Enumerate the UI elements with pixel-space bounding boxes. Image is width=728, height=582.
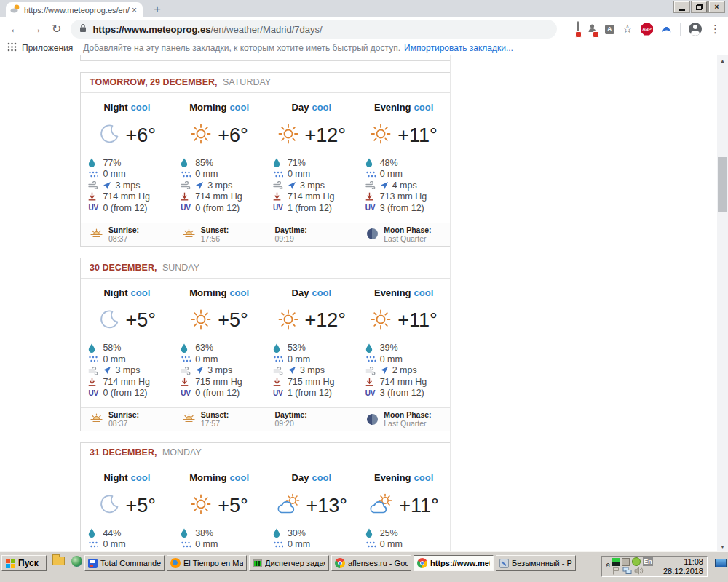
scrollbar-thumb[interactable] — [718, 157, 727, 212]
uv-value: 1 (from 12) — [288, 203, 332, 213]
import-bookmarks-link[interactable]: Импортировать закладки... — [404, 43, 513, 53]
precipitation-icon — [88, 356, 103, 362]
chrome-icon — [417, 558, 427, 568]
browser-tab[interactable]: https://www.meteoprog.es/en/wea × — [6, 2, 143, 17]
card-header: 31 DECEMBER, MONDAY — [81, 443, 450, 463]
temperature: +5° — [126, 309, 157, 332]
wind-value: 3 mps — [115, 180, 140, 191]
tab-title: https://www.meteoprog.es/en/wea — [24, 6, 130, 15]
sunset-icon — [183, 412, 195, 426]
adblock-icon[interactable]: ABP — [641, 23, 653, 36]
pressure-icon — [273, 378, 288, 386]
page-content: TOMORROW, 29 DECEMBER, SATURDAY Nightcoo… — [0, 55, 728, 551]
scroll-down-icon[interactable]: ▼ — [717, 541, 728, 551]
extension-icon[interactable] — [577, 23, 579, 36]
bookmark-star-icon[interactable]: ☆ — [622, 23, 633, 35]
url-domain: https://www.meteoprog.es — [92, 24, 210, 35]
menu-icon[interactable]: ⋮ — [710, 23, 721, 36]
uv-value: 3 (from 12) — [380, 388, 424, 398]
sunset-cell: Sunset:17:56 — [173, 226, 266, 243]
apps-label[interactable]: Приложения — [22, 43, 73, 53]
acrobat-icon[interactable] — [661, 23, 672, 36]
taskbar-button-firefox[interactable]: El Tiempo en Madrid. Pr... — [167, 555, 247, 571]
quicklaunch-browser-icon[interactable] — [71, 556, 82, 567]
uv-value: 0 (from 12) — [103, 203, 147, 213]
temperature: +12° — [305, 124, 347, 147]
wind-icon — [365, 181, 380, 189]
extension-person-icon[interactable] — [587, 23, 597, 36]
taskbar-button-paint[interactable]: Безымянный - Paint — [496, 555, 576, 571]
back-button[interactable]: ← — [9, 23, 21, 35]
tray-volume-icon[interactable] — [634, 567, 644, 576]
humidity-value: 38% — [195, 528, 213, 538]
wind-direction-icon — [380, 181, 392, 190]
period-night: Nightcool +5° 44% 0 mm — [81, 472, 173, 550]
restore-button[interactable] — [692, 1, 707, 12]
uv-value: 1 (from 12) — [288, 388, 332, 398]
wind-value: 3 mps — [300, 180, 325, 191]
period-name: Evening — [374, 102, 411, 113]
firefox-icon — [170, 558, 181, 568]
humidity-value: 71% — [288, 158, 306, 168]
period-desc: cool — [229, 102, 249, 113]
tray-update-icon[interactable] — [632, 557, 641, 566]
wind-direction-icon — [103, 366, 115, 375]
precip-value: 0 mm — [195, 539, 218, 549]
card-footer: Sunrise:08:37 Sunset:17:56 Daytime:09:19… — [81, 223, 450, 246]
toolbar-separator — [680, 23, 681, 36]
taskbar-button-chrome-active[interactable]: https://www.meteo... — [414, 555, 494, 571]
tray-flag-icon[interactable] — [612, 567, 620, 576]
paint-icon — [499, 559, 509, 568]
tray-chevron-icon[interactable]: « — [604, 563, 612, 570]
wind-value: 3 mps — [115, 365, 140, 375]
tray-misc-icon[interactable] — [622, 558, 630, 566]
url-path: /en/weather/Madrid/7days/ — [210, 24, 322, 35]
reload-button[interactable]: ↻ — [52, 23, 61, 35]
uv-icon: UV — [273, 389, 288, 397]
temperature: +6° — [126, 124, 157, 147]
daytime-label: Daytime: — [275, 410, 307, 419]
translate-icon[interactable]: A — [605, 25, 614, 34]
taskbar-button-task-manager[interactable]: Диспетчер задач Win... — [249, 555, 329, 571]
taskbar-button-total-commander[interactable]: Total Commander 8.51... — [84, 555, 165, 571]
day-title: 31 DECEMBER, — [90, 447, 157, 458]
periods-row: Nightcool +6° 77% 0 mm 3 mps 714 mm Hg U… — [81, 93, 450, 223]
close-button[interactable]: × — [709, 1, 724, 12]
pressure-icon — [88, 378, 103, 386]
pressure-icon — [365, 378, 380, 386]
day-title: 30 DECEMBER, — [90, 263, 157, 273]
sunrise-label: Sunrise: — [108, 226, 139, 234]
minimize-icon — [679, 9, 685, 11]
profile-icon[interactable] — [689, 23, 702, 36]
wind-direction-icon — [195, 181, 207, 190]
humidity-icon — [365, 528, 380, 538]
pressure-icon — [273, 192, 288, 201]
language-indicator[interactable]: En — [643, 557, 653, 566]
start-button[interactable]: Пуск — [1, 555, 47, 571]
taskbar-button-chrome[interactable]: aflenses.ru - Google Ch... — [331, 555, 411, 571]
tab-close-icon[interactable]: × — [130, 5, 138, 15]
pressure-value: 714 mm Hg — [288, 191, 335, 202]
new-tab-button[interactable]: + — [149, 1, 165, 18]
period-day: Daycool +12° 53% 0 mm 3 mps 715 mm Hg UV… — [266, 287, 358, 399]
forward-button[interactable]: → — [31, 23, 42, 35]
daytime-value: 09:19 — [275, 234, 307, 243]
quicklaunch-folder-icon[interactable] — [52, 557, 65, 565]
period-day: Daycool +13° 30% 0 mm — [266, 472, 358, 550]
period-name: Day — [292, 102, 309, 113]
tray-app-icon[interactable] — [612, 558, 620, 566]
precip-value: 0 mm — [288, 354, 310, 364]
address-bar[interactable]: https://www.meteoprog.es/en/weather/Madr… — [71, 20, 557, 39]
minimize-button[interactable] — [674, 1, 689, 12]
wind-value: 2 mps — [392, 365, 417, 375]
sunrise-label: Sunrise: — [108, 410, 139, 419]
period-desc: cool — [414, 102, 434, 113]
scroll-up-icon[interactable]: ▲ — [717, 55, 728, 65]
apps-grid-icon[interactable] — [7, 41, 17, 55]
tray-network-icon[interactable] — [622, 567, 632, 576]
sunrise-cell: Sunrise:08:37 — [81, 226, 173, 243]
precipitation-icon — [365, 356, 380, 362]
uv-icon: UV — [88, 204, 103, 212]
vertical-scrollbar[interactable]: ▲ ▼ — [717, 55, 728, 551]
wind-value: 3 mps — [207, 365, 232, 375]
